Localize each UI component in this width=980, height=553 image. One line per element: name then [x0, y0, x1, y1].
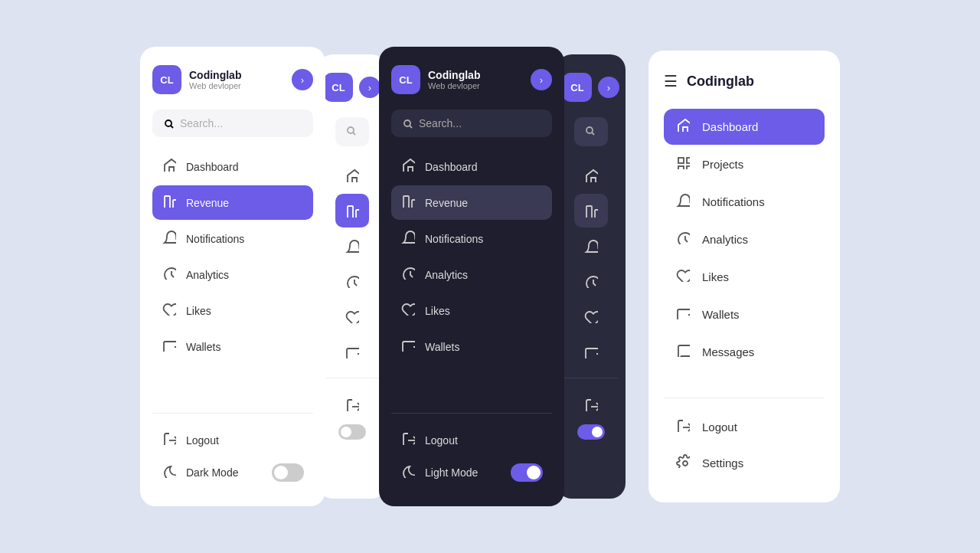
panel3-header: CL Codinglab Web devloper › [391, 65, 552, 94]
nav-item-logout-1[interactable]: Logout [152, 423, 313, 457]
search-placeholder-1: Search... [180, 117, 223, 129]
moon-icon-3 [400, 464, 416, 482]
svg-rect-19 [403, 342, 415, 352]
dark-mode-label-1: Dark Mode [186, 466, 263, 479]
logout-icon-btn-2[interactable] [335, 388, 369, 421]
nav-item-wallets-5[interactable]: Wallets [664, 296, 825, 332]
heart-icon-btn-2[interactable] [335, 299, 369, 333]
wallet-icon-btn-4[interactable] [574, 335, 608, 368]
search-icon-box-2[interactable] [335, 117, 369, 146]
nav-item-logout-5[interactable]: Logout [664, 409, 825, 445]
nav-label-wallets-1: Wallets [186, 341, 220, 353]
home-icon-btn-4[interactable] [574, 159, 608, 192]
search-box-3[interactable]: Search... [391, 110, 552, 137]
nav-label-dashboard-5: Dashboard [702, 120, 758, 133]
search-icon-box-4[interactable] [574, 117, 608, 146]
nav-item-wallets-3[interactable]: Wallets [391, 329, 552, 364]
clock-icon-btn-2[interactable] [335, 264, 369, 298]
svg-rect-9 [348, 206, 353, 218]
svg-point-14 [404, 120, 410, 126]
revenue-icon-btn-2[interactable] [335, 194, 369, 227]
wallet-icon-btn-2[interactable] [335, 335, 369, 368]
wallet-icon-1 [162, 338, 177, 355]
svg-rect-12 [347, 348, 359, 358]
nav-label-wallets-5: Wallets [702, 308, 740, 321]
svg-line-22 [592, 133, 594, 135]
svg-rect-23 [586, 206, 592, 218]
nav-item-revenue-3[interactable]: Revenue [391, 185, 552, 220]
clock-icon-btn-4[interactable] [574, 264, 608, 298]
panel1-header: CL Codinglab Web devloper › [152, 65, 313, 94]
heart-icon-btn-4[interactable] [574, 299, 608, 333]
nav-item-analytics-5[interactable]: Analytics [664, 221, 825, 257]
svg-point-18 [403, 268, 415, 280]
bell-icon-3 [400, 230, 416, 247]
clock-icon-3 [400, 266, 416, 283]
nav-label-analytics-3: Analytics [425, 269, 468, 281]
nav-item-likes-3[interactable]: Likes [391, 293, 552, 328]
nav-item-revenue-1[interactable]: Revenue [152, 185, 313, 220]
arrow-button-3[interactable]: › [531, 69, 552, 90]
toggle-2[interactable] [338, 424, 366, 440]
svg-point-4 [165, 268, 176, 280]
svg-point-11 [348, 276, 359, 288]
svg-point-7 [348, 127, 354, 133]
svg-rect-17 [412, 200, 415, 208]
arrow-button-4[interactable]: › [598, 77, 619, 98]
nav-item-messages-5[interactable]: Messages [664, 334, 825, 370]
logout-icon-3 [400, 431, 416, 449]
panel-dark-icon: CL › [557, 54, 626, 499]
logo-box-1: CL [152, 65, 181, 94]
nav-item-settings-5[interactable]: Settings [664, 445, 825, 481]
light-mode-toggle-3[interactable]: Light Mode [391, 457, 552, 488]
logout-icon-5 [675, 418, 691, 436]
home-icon-btn-2[interactable] [335, 159, 369, 192]
arrow-button-1[interactable]: › [292, 69, 313, 90]
nav-label-notifications-3: Notifications [425, 233, 483, 245]
nav-label-settings-5: Settings [702, 456, 743, 470]
toggle-1[interactable] [272, 463, 304, 482]
arrow-button-2[interactable]: › [359, 77, 381, 98]
nav-item-likes-5[interactable]: Likes [664, 259, 825, 295]
nav-item-analytics-3[interactable]: Analytics [391, 257, 552, 292]
wallet-icon-5 [675, 306, 691, 323]
message-icon-5 [675, 343, 691, 361]
moon-icon-1 [162, 464, 177, 482]
svg-rect-31 [687, 166, 690, 169]
nav-item-dashboard-1[interactable]: Dashboard [152, 149, 313, 184]
nav-item-dashboard-5[interactable]: Dashboard [664, 109, 825, 145]
nav-item-logout-3[interactable]: Logout [391, 423, 552, 457]
panel-dark-full: CL Codinglab Web devloper › Search... Da… [379, 47, 564, 506]
revenue-icon-btn-4[interactable] [574, 194, 608, 227]
bell-icon-btn-2[interactable] [335, 229, 369, 263]
nav-item-projects-5[interactable]: Projects [664, 146, 825, 182]
dark-mode-toggle-1[interactable]: Dark Mode [152, 457, 313, 488]
panel-white-icon: CL › [318, 54, 387, 499]
svg-line-15 [410, 126, 412, 128]
svg-rect-16 [403, 196, 409, 208]
nav-item-notifications-5[interactable]: Notifications [664, 184, 825, 220]
nav-item-notifications-3[interactable]: Notifications [391, 221, 552, 256]
nav-item-notifications-1[interactable]: Notifications [152, 221, 313, 256]
nav-item-likes-1[interactable]: Likes [152, 293, 313, 328]
nav-label-dashboard-1: Dashboard [186, 161, 239, 173]
hamburger-icon-5[interactable]: ☰ [664, 72, 678, 90]
svg-point-35 [683, 461, 688, 466]
nav-item-dashboard-3[interactable]: Dashboard [391, 149, 552, 184]
toggle-4[interactable] [577, 424, 605, 440]
nav-label-notifications-1: Notifications [186, 233, 244, 245]
search-icon-4 [584, 125, 598, 139]
nav-item-analytics-1[interactable]: Analytics [152, 257, 313, 292]
search-icon-3 [402, 118, 413, 129]
svg-point-21 [586, 127, 593, 133]
bell-icon-btn-4[interactable] [574, 229, 608, 263]
nav-list-5: Dashboard Projects Notifications Analyti… [664, 109, 825, 387]
nav-label-logout-1: Logout [186, 434, 219, 447]
nav-list-3: Dashboard Revenue Notifications Analytic… [391, 149, 552, 404]
toggle-3[interactable] [511, 463, 543, 482]
logout-icon-btn-4[interactable] [574, 388, 608, 421]
nav-item-wallets-1[interactable]: Wallets [152, 329, 313, 364]
search-box-1[interactable]: Search... [152, 110, 313, 137]
logo-box-4: CL [563, 73, 592, 102]
svg-line-1 [171, 126, 173, 128]
